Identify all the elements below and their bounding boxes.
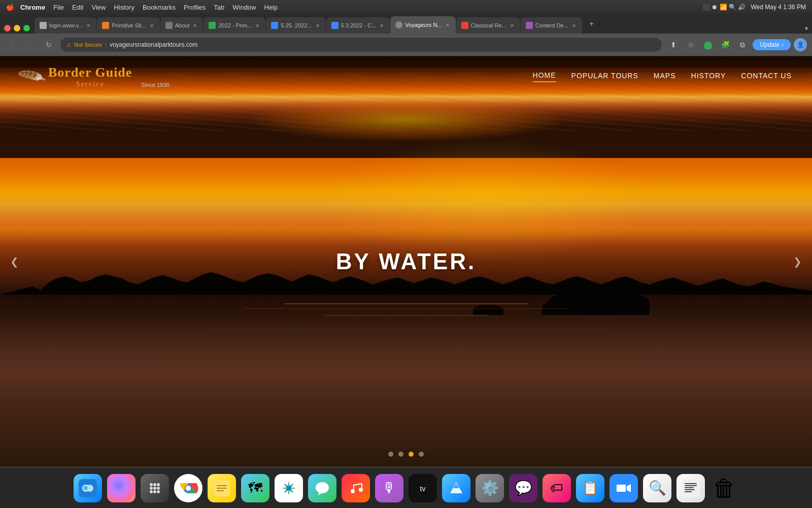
system-icons: ⬛ ⏺ 📶 🔍 🔊 [702, 4, 746, 11]
carousel-dot-1[interactable] [398, 452, 403, 457]
svg-point-11 [150, 490, 153, 493]
carousel-next-button[interactable]: ❯ [788, 250, 807, 273]
chromium-logo[interactable]: ⬤ [701, 38, 715, 52]
browser-chrome: login.www.v... ✕ Primitive Sit... ✕ Abou… [0, 14, 812, 56]
dock-launchpad[interactable] [140, 473, 170, 503]
extensions-button[interactable]: ⧉ [735, 38, 750, 52]
tab-favicon-login [40, 22, 47, 29]
carousel-prev-button[interactable]: ❮ [5, 250, 24, 273]
dock-notes[interactable] [207, 473, 237, 503]
macos-dock: 🗺 🎙 tv [0, 467, 812, 508]
tab-close-login[interactable]: ✕ [85, 22, 91, 29]
tab-close-content[interactable]: ✕ [571, 22, 577, 29]
tab-close-primitive[interactable]: ✕ [149, 22, 155, 29]
dock-podcasts[interactable]: 🎙 [374, 473, 404, 503]
reload-button[interactable]: ↻ [42, 38, 56, 52]
tab-53[interactable]: 5.3.2022 - C... ✕ [326, 17, 390, 34]
dock-present[interactable]: 📋 [575, 473, 605, 503]
dock-system-prefs[interactable]: ⚙️ [475, 473, 505, 503]
minimize-window-button[interactable] [14, 25, 20, 31]
nav-link-history[interactable]: HISTORY [691, 72, 726, 82]
pricetag-icon: 🏷 [543, 474, 571, 502]
tab-label-53: 5.3.2022 - C... [341, 22, 377, 28]
dock-maps[interactable]: 🗺 [240, 473, 270, 503]
apple-menu[interactable]: 🍎 [6, 4, 14, 11]
island-center-right [542, 300, 593, 315]
address-bar[interactable]: ⚠ Not Secure | voyageursnationalparktour… [60, 37, 662, 52]
dock-music[interactable] [341, 473, 371, 503]
dock-textedit[interactable] [675, 473, 706, 503]
menu-help[interactable]: Help [264, 4, 278, 11]
tab-list-button[interactable]: ▾ [805, 25, 808, 32]
titlebar-menus: Chrome File Edit View History Bookmarks … [20, 4, 278, 11]
tab-login[interactable]: login.www.v... ✕ [35, 17, 96, 34]
close-window-button[interactable] [4, 25, 11, 31]
photos-icon [275, 474, 303, 502]
tab-primitive[interactable]: Primitive Sit... ✕ [97, 17, 159, 34]
tab-close-53[interactable]: ✕ [379, 22, 385, 29]
tab-close-525[interactable]: ✕ [315, 22, 321, 29]
menu-window[interactable]: Window [232, 4, 256, 11]
tab-close-about[interactable]: ✕ [192, 22, 198, 29]
forward-button[interactable]: › [23, 38, 38, 52]
tab-close-classical[interactable]: ✕ [509, 22, 515, 29]
maximize-window-button[interactable] [23, 25, 30, 31]
menu-history[interactable]: History [114, 4, 134, 11]
launchpad-icon [141, 474, 169, 502]
tab-label-525: 5.25. 2022... [281, 22, 312, 28]
tab-525[interactable]: 5.25. 2022... ✕ [266, 17, 325, 34]
tab-voyageurs[interactable]: Voyageurs N... ✕ [390, 16, 455, 34]
svg-point-4 [87, 486, 92, 491]
dock-finder[interactable] [73, 473, 103, 503]
messages-icon [308, 474, 336, 502]
tab-close-2022prim[interactable]: ✕ [254, 22, 260, 29]
share-button[interactable]: ⬆ [666, 38, 681, 52]
tab-content[interactable]: Content De... ✕ [521, 17, 582, 34]
menu-bookmarks[interactable]: Bookmarks [143, 4, 176, 11]
menu-chrome[interactable]: Chrome [20, 4, 45, 11]
macos-titlebar: 🍎 Chrome File Edit View History Bookmark… [0, 0, 812, 14]
profile-avatar[interactable]: 👤 [794, 38, 807, 51]
carousel-dot-0[interactable] [388, 452, 393, 457]
carousel-dot-3[interactable] [419, 452, 424, 457]
tab-classical[interactable]: Classical Re... ✕ [456, 17, 520, 34]
dock-preview[interactable]: 🔍 [642, 473, 672, 503]
security-icon: ⚠ [66, 42, 71, 48]
bookmark-button[interactable]: ☆ [684, 38, 698, 52]
nav-link-contact[interactable]: CONTACT US [741, 72, 792, 82]
nav-link-maps[interactable]: MAPS [654, 72, 676, 82]
nav-link-popular[interactable]: POPULAR TOURS [571, 72, 638, 82]
tab-close-voyageurs[interactable]: ✕ [445, 21, 451, 29]
nav-links: HOME POPULAR TOURS MAPS HISTORY CONTACT … [533, 71, 792, 82]
menu-view[interactable]: View [91, 4, 106, 11]
new-tab-button[interactable]: + [585, 17, 599, 31]
menu-tab[interactable]: Tab [214, 4, 224, 11]
dock-slack[interactable]: 💬 [508, 473, 538, 503]
dock-appstore[interactable] [441, 473, 471, 503]
dock-appletv[interactable]: tv [408, 473, 438, 503]
dock-pricetag[interactable]: 🏷 [542, 473, 572, 503]
present-icon: 📋 [576, 474, 604, 502]
dock-zoom[interactable] [608, 473, 639, 503]
update-button[interactable]: Update › [753, 39, 791, 50]
dock-chrome[interactable] [173, 473, 204, 503]
siri-icon [107, 474, 136, 502]
tab-2022prim[interactable]: 2022 - Prim... ✕ [204, 17, 265, 34]
menu-file[interactable]: File [53, 4, 64, 11]
nav-link-home[interactable]: HOME [533, 71, 556, 82]
settings-icon: ⚙️ [476, 474, 504, 502]
menu-edit[interactable]: Edit [72, 4, 83, 11]
dock-photos[interactable] [274, 473, 304, 503]
carousel-dot-2[interactable] [409, 452, 414, 457]
tab-favicon-primitive [102, 22, 109, 29]
menu-profiles[interactable]: Profiles [184, 4, 206, 11]
dock-siri[interactable] [106, 473, 137, 503]
svg-point-8 [150, 487, 153, 490]
extension-icon[interactable]: 🧩 [718, 38, 732, 52]
url-display: voyageursnationalparktours.com [110, 41, 197, 48]
dock-trash[interactable]: 🗑 [709, 473, 739, 503]
dock-messages[interactable] [307, 473, 337, 503]
svg-point-6 [153, 483, 156, 486]
back-button[interactable]: ‹ [5, 38, 19, 52]
tab-about[interactable]: About ✕ [160, 17, 204, 34]
